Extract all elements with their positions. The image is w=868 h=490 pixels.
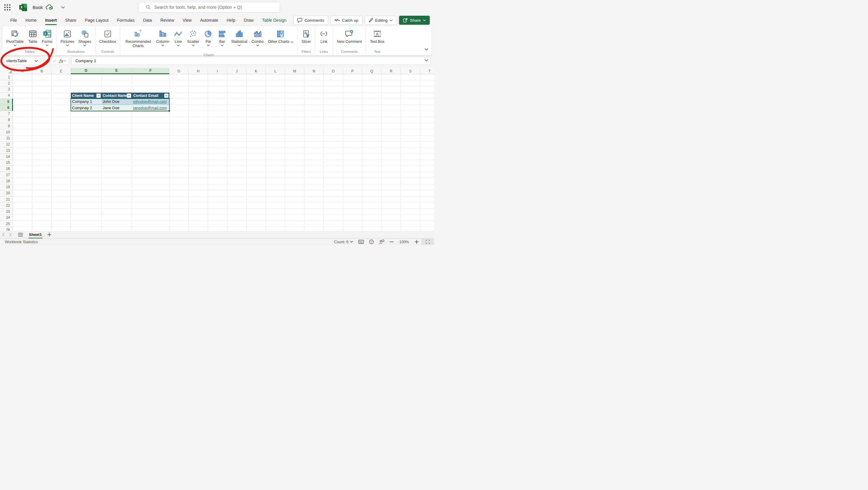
menu-tab-automate[interactable]: Automate (196, 16, 222, 25)
line-button[interactable]: Line (171, 28, 185, 48)
accept-entry-icon[interactable] (53, 59, 57, 62)
column-header-T[interactable]: T (420, 68, 434, 74)
column-header-L[interactable]: L (266, 68, 285, 74)
row-header-15[interactable]: 15 (0, 160, 13, 166)
prev-sheet-icon[interactable] (0, 233, 7, 236)
chevron-down-icon[interactable] (238, 45, 241, 48)
menu-tab-page-layout[interactable]: Page Layout (81, 16, 113, 25)
cancel-entry-icon[interactable] (46, 59, 50, 63)
column-header-G[interactable]: G (169, 68, 189, 74)
excel-logo-icon[interactable]: X (19, 4, 27, 11)
ribbon-collapse-chevron-icon[interactable] (424, 48, 428, 51)
aggregate-count[interactable]: Count: 6 (332, 239, 355, 245)
add-sheet-icon[interactable] (47, 233, 51, 236)
recommended-charts-button[interactable]: ?Recommended Charts (122, 28, 154, 53)
row-header-25[interactable]: 25 (0, 221, 13, 227)
row-header-19[interactable]: 19 (0, 184, 13, 191)
menu-tab-draw[interactable]: Draw (240, 16, 258, 25)
forms-button[interactable]: FForms (40, 28, 55, 48)
table-cell-D5[interactable]: Company 1 (71, 99, 101, 105)
row-header-8[interactable]: 8 (0, 117, 13, 123)
filter-dropdown-icon[interactable] (127, 93, 131, 98)
row-header-2[interactable]: 2 (0, 80, 13, 86)
zoom-level[interactable]: 100% (396, 240, 412, 244)
row-header-6[interactable]: 6 (0, 105, 13, 111)
chevron-down-icon[interactable] (221, 45, 224, 48)
help-icon[interactable]: ? (367, 239, 376, 245)
select-all-corner[interactable] (0, 68, 13, 74)
statistical-button[interactable]: Statistical (229, 28, 250, 48)
pie-button[interactable]: Pie (201, 28, 215, 48)
email-link[interactable]: janedoe@mail.com (133, 106, 167, 110)
fullscreen-icon[interactable] (421, 239, 434, 245)
table-cell-F6[interactable]: janedoe@mail.com (132, 105, 169, 111)
pictures-button[interactable]: Pictures (59, 28, 76, 48)
table-button[interactable]: Table (26, 28, 40, 48)
row-header-20[interactable]: 20 (0, 191, 13, 196)
column-header-R[interactable]: R (381, 68, 401, 74)
column-header-E[interactable]: E (101, 68, 132, 74)
name-box[interactable]: clientsTable (3, 57, 41, 65)
column-header-K[interactable]: K (247, 68, 266, 74)
formula-bar-expand-chevron-icon[interactable] (424, 59, 428, 62)
row-header-16[interactable]: 16 (0, 166, 13, 172)
row-header-22[interactable]: 22 (0, 202, 13, 208)
zoom-in-icon[interactable] (412, 239, 421, 245)
table-header-client-name[interactable]: Client Name (71, 93, 101, 99)
chevron-down-icon[interactable] (161, 45, 164, 48)
column-header-D[interactable]: D (71, 68, 101, 74)
row-header-26[interactable]: 26 (0, 227, 13, 231)
row-header-11[interactable]: 11 (0, 136, 13, 142)
menu-tab-home[interactable]: Home (22, 16, 41, 25)
new-comment-button[interactable]: New Comment (335, 28, 364, 48)
row-header-14[interactable]: 14 (0, 153, 13, 160)
column-header-I[interactable]: I (208, 68, 227, 74)
slicer-button[interactable]: Slicer (299, 28, 313, 48)
menu-tab-formulas[interactable]: Formulas (113, 16, 138, 25)
table-header-contact-email[interactable]: Contact Email (132, 93, 169, 99)
editing-button[interactable]: Editing (365, 16, 397, 25)
row-header-17[interactable]: 17 (0, 172, 13, 178)
title-menu-chevron-icon[interactable] (61, 6, 65, 9)
menu-tab-insert[interactable]: Insert (41, 16, 61, 25)
table-header-contact-name[interactable]: Contact Name (101, 93, 132, 99)
combo-button[interactable]: Combo (249, 28, 266, 48)
scatter-button[interactable]: Scatter (185, 28, 201, 48)
catch-up-button[interactable]: Catch up (331, 16, 362, 25)
filter-dropdown-icon[interactable] (96, 93, 101, 98)
row-header-7[interactable]: 7 (0, 111, 13, 117)
column-header-B[interactable]: B (32, 68, 52, 74)
menu-tab-view[interactable]: View (179, 16, 196, 25)
cloud-saved-icon[interactable] (46, 4, 53, 10)
feedback-icon[interactable] (376, 239, 387, 245)
zoom-out-icon[interactable] (387, 239, 396, 245)
column-header-C[interactable]: C (52, 68, 71, 74)
text-box-button[interactable]: AText Box (368, 28, 386, 48)
other-charts-button[interactable]: Other Charts (266, 28, 296, 48)
checkbox-button[interactable]: Checkbox (97, 28, 119, 48)
row-header-3[interactable]: 3 (0, 87, 13, 93)
table-cell-D6[interactable]: Compnay 2 (71, 105, 101, 111)
column-header-S[interactable]: S (401, 68, 420, 74)
column-header-Q[interactable]: Q (362, 68, 381, 74)
comments-button[interactable]: Comments (293, 16, 328, 25)
table-cell-E6[interactable]: Jane Doe (101, 105, 132, 111)
chevron-down-icon[interactable] (177, 45, 180, 48)
shapes-button[interactable]: Shapes (76, 28, 93, 48)
insert-function-icon[interactable]: ƒx (59, 59, 63, 63)
row-header-1[interactable]: 1 (0, 74, 13, 80)
chevron-down-icon[interactable] (66, 45, 69, 48)
formula-bar-input[interactable]: Company 1 (71, 57, 431, 65)
filter-dropdown-icon[interactable] (164, 93, 168, 98)
row-header-9[interactable]: 9 (0, 123, 13, 129)
link-button[interactable]: Link (317, 28, 331, 48)
menu-tab-data[interactable]: Data (138, 16, 156, 25)
column-header-F[interactable]: F (132, 68, 169, 74)
share-button[interactable]: Share (399, 16, 430, 25)
fill-handle[interactable] (168, 110, 170, 112)
column-header-J[interactable]: J (227, 68, 247, 74)
table-cell-F5[interactable]: johndoe@mail.com (132, 99, 169, 105)
pivottable-button[interactable]: PivotTable (4, 28, 26, 48)
workbook-statistics-button[interactable]: Workbook Statistics (5, 240, 38, 244)
spreadsheet-grid[interactable]: ABCDEFGHIJKLMNOPQRST12345678910111213141… (0, 68, 434, 231)
